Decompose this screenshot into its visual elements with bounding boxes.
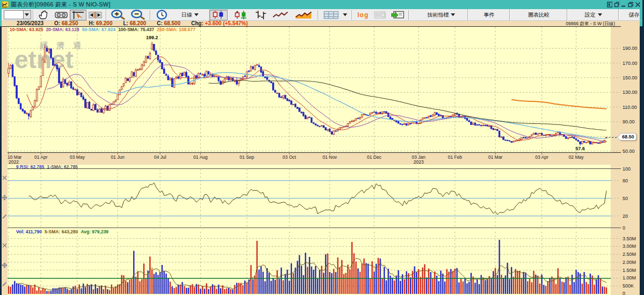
combo-dropdown-icon[interactable]: [23, 10, 31, 19]
history-clock-button[interactable]: [154, 10, 170, 20]
volume-bar: [525, 272, 526, 294]
volume-bar: [307, 267, 308, 294]
candle-body: [295, 104, 296, 107]
dock-window-icon[interactable]: [607, 2, 612, 8]
toolbar-separator: [318, 10, 319, 20]
candle-body: [410, 123, 412, 124]
volume-bar: [165, 274, 166, 294]
candle-body: [12, 65, 13, 77]
date-axis-label: 03 Oct: [283, 154, 297, 160]
grid-dropdown-icon[interactable]: [341, 10, 349, 20]
candle-body: [471, 122, 472, 124]
grid-settings-button[interactable]: [321, 10, 341, 20]
rsi-edit-icon[interactable]: [2, 212, 8, 222]
close-icon[interactable]: [635, 2, 640, 8]
candle-body: [284, 95, 286, 99]
volume-close-icon[interactable]: [2, 241, 8, 250]
menu-save[interactable]: 儲存: [619, 9, 644, 21]
chart-type-line-button[interactable]: [270, 10, 291, 20]
candle-body: [424, 117, 426, 118]
candle-body: [151, 44, 153, 49]
candle-body: [279, 93, 280, 97]
legend-item: 5-SMA: 643,280: [45, 229, 78, 234]
chart-type-ohlc-button[interactable]: [252, 10, 269, 20]
zoom-in-button[interactable]: [108, 10, 128, 20]
quote-value: +3.600 (+5.547%): [205, 20, 248, 26]
symbol-input[interactable]: [4, 10, 23, 19]
candle-body: [197, 73, 199, 78]
candle-body: [40, 76, 42, 87]
menu-events[interactable]: 事件: [468, 9, 510, 21]
candle-body: [582, 141, 583, 144]
candle-body: [307, 117, 309, 119]
volume-bar: [301, 266, 302, 294]
candle-body: [335, 131, 336, 131]
chart-type-candle2-button[interactable]: [231, 10, 250, 20]
candle-body: [572, 137, 573, 137]
menu-chart-compare[interactable]: 圖表比較: [510, 9, 567, 21]
volume-bar: [440, 271, 441, 294]
candle-body: [505, 140, 507, 141]
legend-item: 250-SMA: 108.577: [157, 27, 195, 32]
candle-body: [495, 129, 496, 130]
volume-bar: [353, 253, 354, 294]
maximize-icon[interactable]: [628, 2, 633, 8]
volume-bar: [333, 269, 334, 294]
volume-bar: [371, 261, 372, 294]
candle-body: [507, 140, 508, 141]
volume-bar: [474, 283, 475, 294]
volume-bar: [93, 289, 94, 294]
candle-body: [281, 97, 282, 98]
bar-width-button[interactable]: [86, 10, 104, 20]
chart-type-candle-button[interactable]: [209, 10, 228, 20]
zoom-out-button[interactable]: [128, 10, 148, 20]
volume-bar: [606, 287, 607, 294]
volume-bar: [99, 286, 100, 294]
volume-bar: [519, 271, 520, 294]
rsi-move-icon[interactable]: [2, 193, 8, 203]
volume-edit-icon[interactable]: [2, 279, 8, 289]
price-plot-bg: [8, 27, 611, 152]
rsi-close-icon[interactable]: [2, 173, 8, 183]
toolbar-separator: [352, 10, 353, 20]
volume-bar: [495, 268, 496, 294]
export-button[interactable]: [389, 10, 406, 20]
volume-bar: [206, 283, 207, 294]
view-range-button[interactable]: [53, 10, 70, 20]
volume-bar: [151, 269, 152, 294]
pan-tool-button[interactable]: [35, 10, 53, 20]
chart-type-area-button[interactable]: [293, 10, 314, 20]
candle-body: [586, 142, 587, 143]
undock-window-icon[interactable]: [614, 2, 619, 8]
quote-label: Chg:: [191, 20, 205, 26]
candle-body: [477, 124, 478, 125]
period-label: 日線: [181, 11, 192, 19]
candle-body: [454, 114, 456, 115]
minimize-icon[interactable]: [621, 2, 626, 8]
price-axis-label: 110.00: [623, 105, 637, 110]
candle-body: [85, 99, 86, 108]
symbol-combo[interactable]: [4, 10, 31, 19]
candle-body: [257, 64, 258, 65]
volume-bar: [455, 269, 456, 294]
panel-disabled-button: [372, 10, 388, 20]
ohlc-readout: 23/05/2023O: 68.250H: 69.200L: 68.200C: …: [17, 20, 248, 26]
chart-canvas[interactable]: 經 濟 通etnet 70.0050.0070.0090.00110.00130…: [0, 0, 644, 295]
volume-bar: [224, 289, 225, 294]
volume-bar: [54, 288, 55, 294]
menu-settings[interactable]: 設定: [567, 9, 619, 21]
volume-bar: [400, 281, 401, 294]
volume-bar: [26, 285, 27, 294]
crosshair-tool-button[interactable]: [70, 10, 86, 20]
menu-technical-indicators[interactable]: 技術指標: [414, 9, 468, 21]
volume-bar: [40, 290, 41, 294]
volume-bar: [181, 282, 182, 294]
period-dropdown[interactable]: 日線: [178, 11, 202, 19]
log-scale-button[interactable]: log: [354, 11, 372, 19]
volume-bar: [299, 255, 300, 294]
legend-item: 100-SMA: 75.437: [118, 27, 154, 32]
candle-body: [153, 45, 155, 50]
volume-move-icon[interactable]: [2, 261, 8, 270]
volume-bar: [479, 284, 480, 294]
volume-bar: [600, 278, 601, 294]
